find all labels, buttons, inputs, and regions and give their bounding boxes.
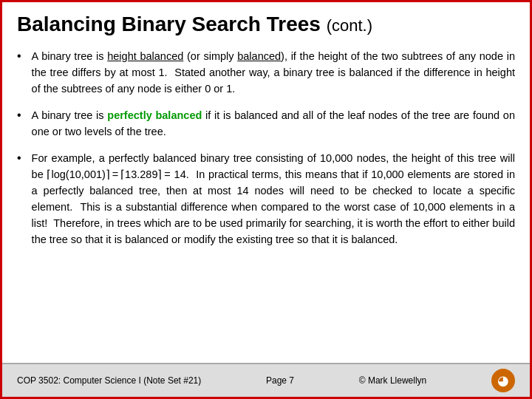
bullet-item-2: • A binary tree is perfectly balanced if… xyxy=(17,107,515,140)
slide-header: Balancing Binary Search Trees (cont.) xyxy=(2,2,530,42)
bullet-text-1: A binary tree is height balanced (or sim… xyxy=(32,48,515,97)
bullet-point-1: • xyxy=(17,50,21,63)
bullet-text-3: For example, a perfectly balanced binary… xyxy=(32,150,515,248)
bullet-text-2: A binary tree is perfectly balanced if i… xyxy=(32,107,515,140)
bullet-point-3: • xyxy=(17,151,21,165)
footer-logo: ◕ xyxy=(491,369,515,392)
slide: Balancing Binary Search Trees (cont.) • … xyxy=(0,0,532,399)
footer-center: Page 7 xyxy=(266,375,294,386)
bullet-item-1: • A binary tree is height balanced (or s… xyxy=(17,48,515,97)
slide-footer: COP 3502: Computer Science I (Note Set #… xyxy=(2,363,530,397)
bullet-point-2: • xyxy=(17,109,21,122)
term-balanced: balanced xyxy=(237,50,281,62)
footer-left: COP 3502: Computer Science I (Note Set #… xyxy=(17,375,201,386)
slide-content: • A binary tree is height balanced (or s… xyxy=(2,42,530,363)
slide-title: Balancing Binary Search Trees (cont.) xyxy=(17,13,515,36)
term-perfectly-balanced: perfectly balanced xyxy=(107,109,202,121)
term-height-balanced: height balanced xyxy=(107,50,183,62)
title-cont: (cont.) xyxy=(327,16,372,35)
bullet-item-3: • For example, a perfectly balanced bina… xyxy=(17,150,515,248)
footer-right: © Mark Llewellyn xyxy=(359,375,427,386)
title-main: Balancing Binary Search Trees xyxy=(17,13,321,35)
